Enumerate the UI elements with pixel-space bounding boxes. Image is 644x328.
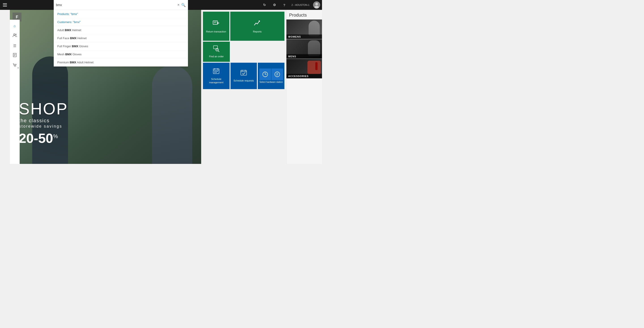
svg-point-8 [14,66,15,67]
tiles-row-3: Schedule management Schedule requests [203,63,284,89]
svg-rect-20 [216,71,216,72]
svg-point-2 [14,34,15,35]
hero-shop-text: SHOP [19,101,68,117]
category-mens[interactable]: MENS [286,39,322,59]
store-label: 2 - HOUSTON-1 [290,4,311,6]
sidebar: ⌂ ☰ [10,20,20,164]
schedule-req-icon [240,69,247,78]
avatar[interactable] [313,1,320,9]
tiles-row-2: Find an order [203,42,284,62]
refresh-icon[interactable]: ↻ [260,0,269,10]
find-order-icon [213,45,220,54]
hamburger-menu[interactable] [0,0,10,10]
tile-reports[interactable]: Reports [230,12,284,41]
reports-icon [253,19,261,29]
search-input[interactable] [56,3,178,7]
search-container: × 🔍 Products: "bmx" Customers: "bmx" Adu… [54,0,188,67]
cart-icon [12,63,17,68]
category-womens[interactable]: WOMENS [286,20,322,39]
schedule-req-label: Schedule requests [234,79,254,82]
search-result-1[interactable]: Adult BMX Helmet [54,26,188,34]
return-transaction-icon [212,19,220,29]
products-category-query: "bmx" [70,12,78,16]
schedule-mgmt-icon [213,68,220,76]
search-category-products[interactable]: Products: "bmx" [54,10,188,18]
search-result-3[interactable]: Full Finger BMX Gloves [54,42,188,50]
hw-clock-icon [259,69,271,80]
search-result-2[interactable]: Full Face BMX Helmet [54,34,188,42]
products-category-prefix: Products: [57,12,70,16]
sidebar-item-home[interactable]: ⌂ [10,22,19,31]
select-hw-label: Select hardware station [259,81,283,84]
help-icon[interactable]: ? [280,0,289,10]
sidebar-item-cart[interactable]: 0 [10,61,19,70]
hero-discount-text: 20-50% [19,131,68,146]
search-result-5[interactable]: Premium BMX Adult Helmet [54,59,188,67]
reports-label: Reports [253,30,262,33]
sidebar-item-customers[interactable] [10,31,19,40]
hero-classics-text: the classics [19,118,68,124]
search-result-5-bold: BMX [70,61,76,64]
sidebar-item-menu[interactable]: ☰ [10,41,19,50]
svg-rect-22 [214,72,215,73]
svg-point-0 [315,3,318,5]
svg-rect-23 [216,72,216,73]
menu-icon: ☰ [13,44,16,48]
svg-line-13 [218,51,219,52]
discount-number: 20-50 [19,131,53,146]
search-result-3-bold: BMX [72,45,78,48]
hw-list-icon [272,69,283,80]
svg-rect-10 [213,21,218,25]
search-clear-icon[interactable]: × [178,3,180,7]
return-transaction-label: Return transaction [206,30,226,33]
search-result-1-bold: BMX [65,29,71,32]
svg-point-9 [15,66,16,67]
svg-rect-19 [214,71,215,72]
products-title: Products [286,10,322,20]
tile-select-hardware-station[interactable]: Select hardware station [258,63,284,89]
discount-suffix: % [53,133,58,139]
sidebar-item-orders[interactable] [10,51,19,60]
svg-rect-24 [241,70,246,75]
search-result-4[interactable]: Mesh BMX Gloves [54,50,188,59]
search-icon[interactable]: 🔍 [181,3,186,7]
svg-point-3 [15,34,16,35]
cart-badge: 0 [18,67,18,69]
home-icon: ⌂ [14,24,16,28]
customers-category-prefix: Customers: [57,20,73,24]
tile-find-order[interactable]: Find an order [203,42,230,62]
tile-return-transaction[interactable]: Return transaction [203,12,229,41]
settings-icon[interactable]: ⚙ [270,0,279,10]
category-accessories[interactable]: ACCESSORIES [286,59,322,79]
customers-category-query: "bmx" [73,20,80,24]
tiles-area: Return transaction Reports [201,10,286,164]
topbar: × 🔍 Products: "bmx" Customers: "bmx" Adu… [0,0,322,10]
search-result-4-bold: BMX [65,53,72,56]
find-order-label: Find an order [209,55,224,58]
svg-rect-21 [217,71,218,72]
customers-icon [12,33,17,39]
hero-savings-text: storewide savings [19,124,68,129]
search-box: × 🔍 [54,0,188,10]
tile-schedule-requests[interactable]: Schedule requests [230,63,257,89]
svg-point-1 [314,6,319,9]
search-result-2-bold: BMX [70,37,76,40]
accessories-label: ACCESSORIES [286,74,322,78]
search-category-customers[interactable]: Customers: "bmx" [54,18,188,26]
mens-label: MENS [286,54,322,59]
svg-point-14 [216,49,218,50]
schedule-mgmt-label: Schedule management [205,78,228,84]
orders-icon [12,53,17,58]
womens-label: WOMENS [286,35,322,39]
topbar-right: ↻ ⚙ ? 2 - HOUSTON-1 [260,0,322,10]
hero-text: SHOP the classics storewide savings 20-5… [19,101,68,146]
search-dropdown: Products: "bmx" Customers: "bmx" Adult B… [54,10,188,67]
products-sidebar: Products WOMENS MENS ACCESSORIES [286,10,322,164]
tile-schedule-management[interactable]: Schedule management [203,63,230,89]
tiles-row-1: Return transaction Reports [203,12,284,41]
